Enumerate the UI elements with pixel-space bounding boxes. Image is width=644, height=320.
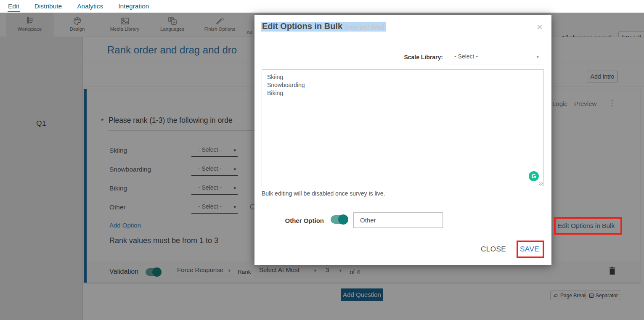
close-button[interactable]: CLOSE xyxy=(481,245,506,254)
other-option-input[interactable] xyxy=(353,212,443,228)
nav-distribute[interactable]: Distribute xyxy=(34,1,62,11)
modal-subtitle: (one per line) xyxy=(345,23,384,30)
close-icon[interactable]: ✕ xyxy=(536,23,543,31)
selected-title-highlight: Edit Options in Bulk(one per line) xyxy=(261,22,386,32)
edit-options-bulk-modal: Edit Options in Bulk(one per line) ✕ Sca… xyxy=(254,15,551,265)
nav-edit[interactable]: Edit xyxy=(8,1,20,12)
select-value: - Select - xyxy=(454,53,478,60)
grammarly-icon[interactable]: G xyxy=(529,171,539,181)
toggle-knob xyxy=(338,214,348,225)
resize-handle[interactable] xyxy=(539,182,543,185)
bulk-options-textarea[interactable]: Skiing Snowboarding Biking xyxy=(262,69,544,186)
save-button[interactable]: SAVE xyxy=(520,245,539,254)
other-option-label: Other Option xyxy=(254,217,324,224)
other-option-toggle[interactable] xyxy=(331,215,347,224)
chevron-down-icon: ▾ xyxy=(536,54,539,60)
top-nav: Edit Distribute Analytics Integration xyxy=(0,0,644,13)
nav-integration[interactable]: Integration xyxy=(118,1,149,11)
scale-library-select[interactable]: - Select - ▾ xyxy=(446,53,544,64)
nav-analytics[interactable]: Analytics xyxy=(77,1,103,11)
bulk-editing-note: Bulk editing will be disabled once surve… xyxy=(262,190,385,197)
modal-title: Edit Options in Bulk xyxy=(262,21,342,31)
scale-library-label: Scale Library: xyxy=(254,54,443,61)
